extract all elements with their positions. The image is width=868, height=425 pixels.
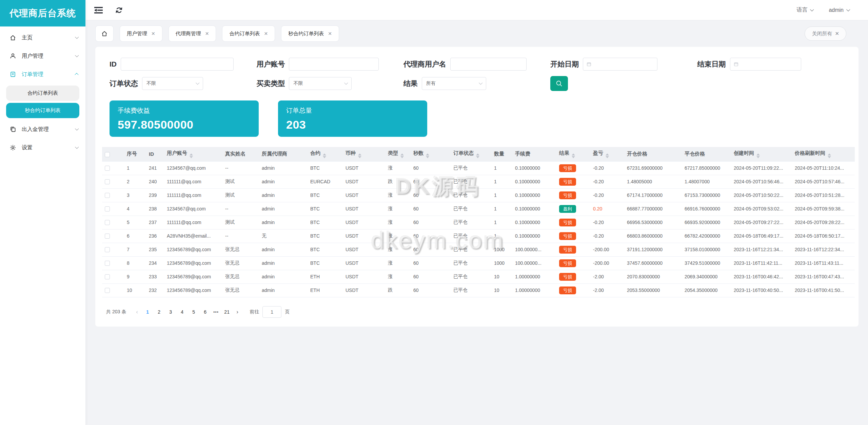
stat-label: 手续费收益 — [118, 106, 251, 115]
next-page-button[interactable]: › — [233, 309, 242, 315]
sort-icon[interactable] — [828, 153, 831, 158]
close-icon[interactable]: ✕ — [151, 31, 155, 36]
column-header-pnl[interactable]: 盈亏 — [590, 147, 624, 161]
page-button-6[interactable]: 6 — [200, 307, 210, 317]
table-row: 9233123456789@qq.com张无忌adminETHUSDT涨60已平… — [102, 270, 855, 283]
cell-real_name: 测试 — [222, 175, 259, 188]
sort-icon[interactable] — [606, 153, 609, 158]
cell-status: 已平仓 — [451, 175, 491, 188]
row-checkbox[interactable] — [105, 288, 110, 293]
result-select[interactable]: 所有 — [422, 77, 486, 90]
sort-icon[interactable] — [572, 153, 575, 158]
row-checkbox[interactable] — [105, 193, 110, 198]
id-filter-label: ID — [110, 60, 117, 68]
page-button-last[interactable]: 21 — [222, 307, 232, 317]
cell-status: 已平仓 — [451, 229, 491, 243]
cell-seconds: 60 — [411, 161, 451, 175]
agent-name-input[interactable] — [450, 58, 527, 71]
page-button-2[interactable]: 2 — [154, 307, 164, 317]
page-button-5[interactable]: 5 — [189, 307, 199, 317]
close-icon[interactable]: ✕ — [264, 31, 268, 36]
sort-icon[interactable] — [426, 153, 429, 158]
cell-refreshed_at: 2024-05-18T06:50:17... — [792, 229, 855, 243]
row-checkbox[interactable] — [105, 274, 110, 279]
sidebar-item-user-management[interactable]: 用户管理 — [0, 47, 85, 65]
orders-table: 序号ID用户账号真实姓名所属代理商合约币种类型秒数订单状态数量手续费结果盈亏开仓… — [102, 147, 852, 297]
user-dropdown[interactable]: admin — [829, 7, 849, 13]
tab-agent-management[interactable]: 代理商管理✕ — [169, 25, 216, 42]
column-header-refreshed_at[interactable]: 价格刷新时间 — [792, 147, 855, 161]
select-all-checkbox[interactable] — [105, 152, 110, 157]
sidebar-item-deposit-withdraw-management[interactable]: 出入金管理 — [0, 120, 85, 138]
column-header-seconds[interactable]: 秒数 — [411, 147, 451, 161]
end-date-input[interactable] — [730, 58, 801, 71]
row-checkbox[interactable] — [105, 261, 110, 266]
column-header-created_at[interactable]: 创建时间 — [731, 147, 792, 161]
prev-page-button[interactable]: ‹ — [132, 309, 142, 315]
column-header-type[interactable]: 类型 — [385, 147, 411, 161]
close-all-button[interactable]: 关闭所有✕ — [805, 26, 846, 41]
chevron-up-icon — [75, 73, 78, 77]
goto-page-input[interactable] — [262, 306, 281, 318]
cell-open_price: 66887.77000000 — [624, 202, 682, 216]
cell-result: 亏损 — [556, 270, 590, 283]
row-checkbox[interactable] — [105, 234, 110, 239]
cell-close_price: 1.48007000 — [682, 175, 731, 188]
cell-real_name: -- — [222, 161, 259, 175]
row-checkbox[interactable] — [105, 179, 110, 184]
search-button[interactable] — [550, 76, 568, 91]
sort-icon[interactable] — [756, 153, 760, 158]
row-checkbox[interactable] — [105, 206, 110, 211]
order-status-select[interactable]: 不限 — [142, 77, 203, 90]
tab-second-contract-order-list[interactable]: 秒合约订单列表✕ — [281, 25, 339, 42]
cell-seq: 3 — [124, 188, 146, 202]
sidebar-item-settings[interactable]: 设置 — [0, 138, 85, 157]
tab-contract-order-list[interactable]: 合约订单列表✕ — [222, 25, 275, 42]
page-button-3[interactable]: 3 — [165, 307, 176, 317]
sidebar-item-order-management[interactable]: 订单管理 — [0, 65, 85, 84]
close-icon[interactable]: ✕ — [205, 31, 209, 36]
cell-fee: 0.10000000 — [512, 188, 556, 202]
column-header-coin[interactable]: 币种 — [343, 147, 385, 161]
trade-type-select[interactable]: 不限 — [289, 77, 352, 90]
cell-coin: USDT — [343, 243, 385, 256]
sort-icon[interactable] — [190, 153, 193, 158]
close-all-label: 关闭所有 — [812, 31, 832, 37]
collapse-sidebar-icon[interactable] — [94, 6, 103, 14]
id-input[interactable] — [121, 58, 234, 71]
cell-created_at: 2023-11-16T00:40:50... — [731, 283, 792, 297]
start-date-input[interactable] — [583, 58, 657, 71]
cell-agent: 无 — [259, 229, 308, 243]
column-header-account[interactable]: 用户账号 — [164, 147, 222, 161]
tab-user-management[interactable]: 用户管理✕ — [120, 25, 162, 42]
account-input[interactable] — [289, 58, 379, 71]
sidebar-item-label: 出入金管理 — [22, 126, 49, 133]
sort-icon[interactable] — [358, 153, 361, 158]
close-icon[interactable]: ✕ — [328, 31, 332, 36]
column-header-contract[interactable]: 合约 — [308, 147, 343, 161]
trade-type-label: 买卖类型 — [256, 79, 285, 88]
row-checkbox[interactable] — [105, 220, 110, 225]
cell-seconds: 60 — [411, 229, 451, 243]
cell-pnl: -0.20 — [590, 161, 624, 175]
result-badge: 亏损 — [559, 259, 576, 267]
page-button-1[interactable]: 1 — [142, 307, 153, 317]
sidebar-item-contract-order-list[interactable]: 合约订单列表 — [6, 86, 79, 101]
sort-icon[interactable] — [476, 153, 479, 158]
sidebar-item-second-contract-order-list[interactable]: 秒合约订单列表 — [6, 103, 79, 118]
sort-icon[interactable] — [400, 153, 404, 158]
sidebar-item-home[interactable]: 主页 — [0, 29, 85, 47]
cell-refreshed_at: 2024-05-20T10:57:46... — [792, 175, 855, 188]
cell-pnl: -0.20 — [590, 175, 624, 188]
column-header-result[interactable]: 结果 — [556, 147, 590, 161]
column-header-status[interactable]: 订单状态 — [451, 147, 491, 161]
row-checkbox[interactable] — [105, 166, 110, 171]
row-checkbox[interactable] — [105, 247, 110, 252]
sort-icon[interactable] — [323, 153, 326, 158]
cell-agent: admin — [259, 202, 308, 216]
refresh-icon[interactable] — [115, 6, 123, 15]
language-dropdown[interactable]: 语言 — [796, 6, 813, 14]
more-pages-button[interactable]: ••• — [211, 310, 221, 314]
page-button-4[interactable]: 4 — [177, 307, 187, 317]
tab-home[interactable] — [95, 25, 114, 42]
